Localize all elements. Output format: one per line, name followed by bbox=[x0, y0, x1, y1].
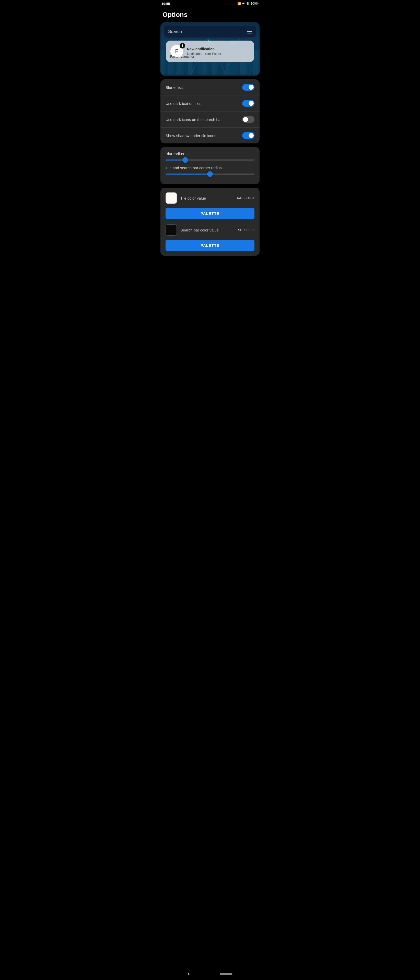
slider-track-1[interactable] bbox=[166, 173, 254, 175]
color-label-1: Search bar color value bbox=[180, 228, 235, 232]
notif-avatar-letter: F bbox=[175, 48, 178, 55]
toggle-thumb-0 bbox=[249, 85, 254, 90]
hamburger-line-3 bbox=[247, 33, 252, 33]
toggle-label-3: Show shadow under tile icons bbox=[166, 134, 216, 138]
page-header: Options bbox=[157, 7, 263, 22]
page-title: Options bbox=[163, 11, 257, 19]
airplane-icon: ✈ bbox=[242, 2, 245, 5]
svg-rect-35 bbox=[160, 75, 260, 76]
slider-track-0[interactable] bbox=[166, 159, 254, 161]
color-swatch-1[interactable] bbox=[166, 224, 177, 235]
slider-label-1: Tile and search bar corner radius bbox=[166, 165, 254, 170]
hamburger-line-1 bbox=[247, 30, 252, 30]
toggle-settings-section: Blur effectUse dark text on tilesUse dar… bbox=[160, 80, 260, 143]
toggle-thumb-3 bbox=[249, 133, 254, 138]
color-settings-section: Tile color valueAAFFFBF4PALETTESearch ba… bbox=[160, 188, 260, 256]
hamburger-icon[interactable] bbox=[247, 30, 252, 33]
notif-app-label: Factor Launcher bbox=[170, 55, 195, 59]
color-label-0: Tile color value bbox=[180, 196, 233, 200]
toggle-label-1: Use dark text on tiles bbox=[166, 101, 201, 106]
toggle-row-0: Blur effect bbox=[160, 80, 260, 95]
color-value-0[interactable]: AAFFFBF4 bbox=[236, 196, 254, 200]
toggle-0[interactable] bbox=[242, 84, 254, 91]
color-row-1: Search bar color value9E000000 bbox=[166, 224, 254, 235]
color-value-1[interactable]: 9E000000 bbox=[238, 228, 254, 232]
status-icons: 📶 ✈ 🔋 100% bbox=[237, 2, 259, 5]
slider-fill-1 bbox=[166, 173, 210, 175]
toggle-1[interactable] bbox=[242, 100, 254, 107]
toggle-3[interactable] bbox=[242, 132, 254, 139]
preview-card: Search F 1 New notification Notification… bbox=[160, 22, 260, 76]
battery-percent: 100% bbox=[251, 2, 259, 5]
toggle-label-2: Use dark icons on the search bar bbox=[166, 118, 222, 122]
palette-button-1[interactable]: PALETTE bbox=[166, 240, 254, 251]
slider-section: Blur radiusTile and search bar corner ra… bbox=[160, 147, 260, 184]
status-time: 10:55 bbox=[161, 2, 170, 6]
toggle-thumb-2 bbox=[243, 117, 248, 122]
palette-button-0[interactable]: PALETTE bbox=[166, 208, 254, 219]
toggle-row-3: Show shadow under tile icons bbox=[160, 127, 260, 143]
slider-label-0: Blur radius bbox=[166, 151, 254, 156]
toggle-2[interactable] bbox=[242, 116, 254, 123]
toggle-thumb-1 bbox=[249, 101, 254, 106]
notification-card: F 1 New notification Notification from F… bbox=[166, 41, 254, 62]
status-bar: 10:55 📶 ✈ 🔋 100% bbox=[157, 0, 263, 7]
color-swatch-0[interactable] bbox=[166, 192, 177, 204]
preview-search-text: Search bbox=[168, 29, 182, 34]
notif-title: New notification bbox=[187, 47, 250, 51]
color-row-0: Tile color valueAAFFFBF4 bbox=[166, 192, 254, 204]
notif-badge: 1 bbox=[180, 43, 185, 48]
slider-thumb-0[interactable] bbox=[182, 157, 188, 163]
slider-thumb-1[interactable] bbox=[207, 171, 213, 177]
preview-search-bar[interactable]: Search bbox=[164, 26, 256, 38]
wifi-icon: 📶 bbox=[237, 2, 241, 5]
notif-subtitle: Notification from Factor … bbox=[187, 52, 250, 56]
svg-rect-21 bbox=[254, 50, 260, 76]
hamburger-line-2 bbox=[247, 32, 252, 32]
battery-icon: 🔋 bbox=[246, 2, 249, 5]
toggle-row-2: Use dark icons on the search bar bbox=[160, 111, 260, 127]
toggle-label-0: Blur effect bbox=[166, 85, 183, 89]
toggle-row-1: Use dark text on tiles bbox=[160, 95, 260, 111]
notif-content: New notification Notification from Facto… bbox=[187, 47, 250, 56]
